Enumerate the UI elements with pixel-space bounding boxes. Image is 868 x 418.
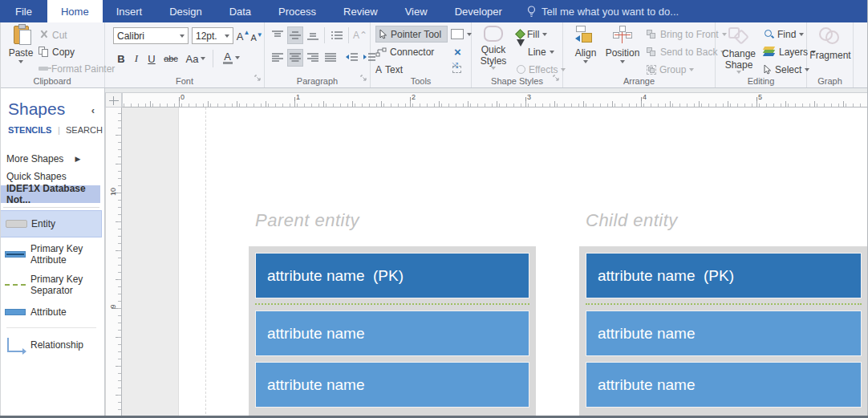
child-entity-title[interactable]: Child entity [586, 210, 678, 231]
italic-button[interactable]: I [131, 50, 142, 67]
attribute-icon [0, 309, 30, 315]
paste-caret[interactable] [18, 60, 23, 63]
send-to-back-button[interactable]: Send to Back [647, 43, 725, 60]
justify-button[interactable] [322, 49, 339, 67]
parent-pk-separator[interactable] [255, 303, 529, 305]
blue-x-icon: × [454, 46, 461, 58]
stencil-shape-relationship[interactable]: Relationship [0, 331, 102, 359]
find-button[interactable]: Find [764, 26, 804, 43]
tools-group: Pointer Tool Connector × A Text ⤨ Tools [371, 22, 472, 87]
stencil-shape-attribute[interactable]: Attribute [0, 302, 102, 323]
tab-insert[interactable]: Insert [103, 0, 156, 22]
tab-home[interactable]: Home [47, 0, 103, 22]
graph-group-label: Graph [807, 76, 853, 86]
free-transform-button[interactable]: ⤨ [452, 61, 458, 78]
vertical-ruler[interactable]: 10 9 [105, 108, 122, 418]
text-rotate-button[interactable]: A⌃ [353, 26, 367, 44]
tab-search[interactable]: SEARCH [66, 125, 103, 135]
tab-process[interactable]: Process [265, 0, 330, 22]
stencil-divider [3, 207, 99, 208]
child-attribute-row[interactable]: attribute name [586, 310, 862, 356]
text-tool-button[interactable]: A Text [375, 61, 403, 78]
strikethrough-button[interactable]: abc [161, 50, 180, 67]
format-painter-button[interactable]: Format Painter [39, 60, 115, 77]
fragment-button[interactable]: Fragment [809, 26, 851, 61]
shape-styles-group: Quick Styles Fill Line Effects Shape Sty… [472, 22, 563, 87]
font-size-select[interactable]: 12pt. [192, 27, 233, 44]
bring-to-front-button[interactable]: Bring to Front [647, 26, 727, 43]
paste-button[interactable]: Paste [6, 26, 35, 63]
tools-group-label: Tools [371, 76, 471, 86]
child-attribute-row[interactable]: attribute name [586, 362, 862, 408]
bullets-button[interactable] [329, 26, 345, 44]
fill-icon [515, 29, 525, 39]
parent-attribute-row[interactable]: attribute name [255, 362, 529, 408]
delete-connector-button[interactable]: × [454, 43, 461, 60]
cut-button[interactable]: Cut [39, 26, 67, 43]
shape-styles-dialog-launcher[interactable] [553, 71, 560, 85]
copy-button[interactable]: Copy [39, 43, 75, 60]
parent-entity-title[interactable]: Parent entity [255, 210, 359, 231]
align-right-button[interactable] [305, 49, 321, 67]
parent-attribute-row[interactable]: attribute name [255, 310, 529, 356]
quick-shapes-item[interactable]: Quick Shapes [0, 168, 105, 185]
tab-view[interactable]: View [391, 0, 441, 22]
tab-data[interactable]: Data [216, 0, 265, 22]
grow-font-button[interactable]: A▲ [237, 27, 249, 45]
collapse-panel-button[interactable]: ‹ [91, 104, 95, 116]
group-button[interactable]: Group [647, 61, 694, 78]
child-entity-shape[interactable]: attribute name (PK) attribute name attri… [579, 246, 868, 418]
tab-file[interactable]: File [0, 0, 47, 22]
align-bottom-button[interactable] [305, 26, 321, 44]
line-button[interactable]: Line [517, 43, 554, 60]
tab-design[interactable]: Design [156, 0, 215, 22]
font-color-button[interactable]: A [219, 49, 243, 67]
connector-tool-button[interactable]: Connector [375, 43, 434, 60]
editing-group: Change Shape Find Layers Select Editing [716, 22, 807, 87]
align-middle-button[interactable] [287, 26, 303, 44]
ribbon-tab-bar: File Home Insert Design Data Process Rev… [0, 0, 868, 22]
stencil-idef1x-item[interactable]: IDEF1X Database Not... [0, 185, 100, 203]
horizontal-ruler[interactable]: 0 1 2 3 4 5 [122, 92, 868, 108]
position-button[interactable]: Position [603, 26, 642, 63]
tab-review[interactable]: Review [330, 0, 391, 22]
relationship-icon [0, 338, 30, 352]
line-icon [517, 47, 525, 58]
stencil-shape-primary-key-separator[interactable]: Primary Key Separator [0, 271, 102, 298]
align-button[interactable]: Align [570, 26, 602, 63]
bullets-icon [331, 30, 343, 40]
bring-to-front-icon [647, 30, 657, 39]
align-left-button[interactable] [270, 49, 286, 67]
select-button[interactable]: Select [764, 61, 809, 78]
tell-me-box[interactable]: Tell me what you want to do... [527, 0, 679, 22]
font-family-select[interactable]: Calibri [113, 27, 189, 44]
underline-button[interactable]: U [145, 50, 158, 67]
stencil-shape-entity[interactable]: Entity [0, 210, 102, 237]
effects-icon [517, 65, 525, 74]
shrink-font-button[interactable]: A▼ [251, 29, 262, 47]
shape-swatch-button[interactable] [451, 26, 472, 43]
paragraph-dialog-launcher[interactable] [360, 71, 367, 85]
parent-entity-shape[interactable]: attribute name (PK) attribute name attri… [249, 246, 536, 418]
child-pk-attribute-row[interactable]: attribute name (PK) [586, 253, 862, 298]
font-dialog-launcher[interactable] [254, 71, 262, 85]
quick-styles-button[interactable]: Quick Styles [475, 26, 512, 70]
tab-stencils[interactable]: STENCILS [8, 125, 51, 135]
font-group: Calibri 12pt. A▲ A▼ B I U abc Aa A Fo [105, 22, 265, 87]
change-shape-button[interactable]: Change Shape [719, 26, 759, 74]
decrease-indent-button[interactable] [343, 49, 359, 67]
tab-developer[interactable]: Developer [441, 0, 516, 22]
drawing-canvas[interactable]: Parent entity attribute name (PK) attrib… [122, 108, 868, 418]
more-shapes-item[interactable]: More Shapes ▶ [0, 151, 105, 167]
bold-button[interactable]: B [115, 50, 128, 67]
pointer-tool-button[interactable]: Pointer Tool [375, 26, 448, 43]
align-top-button[interactable] [270, 26, 286, 44]
text-a-icon: A [375, 64, 382, 75]
parent-pk-attribute-row[interactable]: attribute name (PK) [255, 253, 529, 298]
align-center-button[interactable] [287, 49, 303, 67]
change-case-button[interactable]: Aa [184, 50, 208, 67]
child-pk-separator[interactable] [586, 303, 862, 305]
editing-group-label: Editing [716, 76, 806, 86]
tell-me-label: Tell me what you want to do... [541, 6, 679, 18]
stencil-shape-primary-key-attribute[interactable]: Primary Key Attribute [0, 241, 102, 268]
